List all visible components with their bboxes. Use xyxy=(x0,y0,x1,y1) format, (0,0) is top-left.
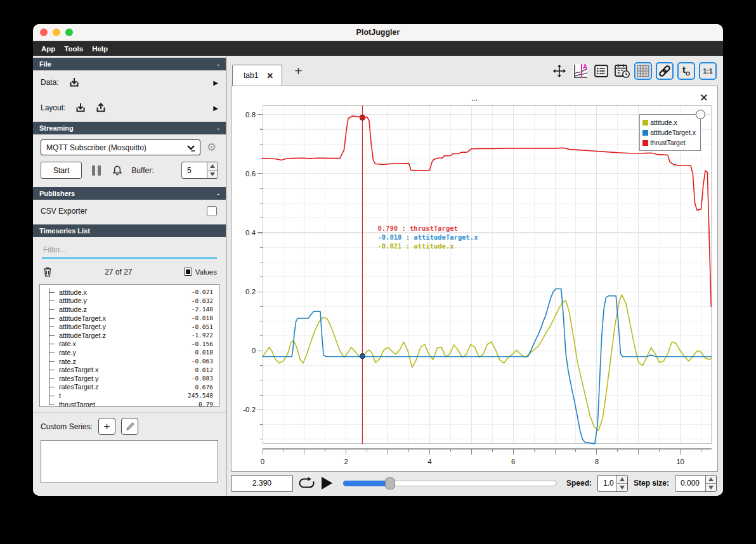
values-checkbox-icon[interactable] xyxy=(184,268,192,276)
time-origin-button[interactable]: tO xyxy=(677,62,695,80)
timeseries-item[interactable]: attitude.z-2.148 xyxy=(40,305,219,314)
timeseries-item[interactable]: attitudeTarget.z-1.922 xyxy=(40,331,219,340)
publishers-collapse-indicator[interactable]: - xyxy=(217,190,219,197)
grid-layout-button[interactable] xyxy=(634,62,652,80)
speed-input[interactable] xyxy=(598,476,616,491)
step-size-input[interactable] xyxy=(675,476,705,491)
values-label: Values xyxy=(195,268,217,276)
menu-tools[interactable]: Tools xyxy=(60,45,88,53)
timeseries-section-header[interactable]: Timeseries List xyxy=(33,224,226,237)
timeseries-item[interactable]: ratesTarget.x0.012 xyxy=(40,365,219,374)
spin-down-icon[interactable] xyxy=(706,484,716,491)
timeseries-item[interactable]: attitude.y-0.032 xyxy=(40,297,219,306)
menu-app[interactable]: App xyxy=(37,45,60,53)
tab-bar: tab1 ✕ + A xyxy=(227,56,723,86)
buffer-input[interactable] xyxy=(182,162,207,178)
streaming-source-select[interactable]: MQTT Subscriber (Mosquitto) xyxy=(41,139,200,155)
spin-down-icon[interactable] xyxy=(207,171,218,178)
timeseries-item[interactable]: ratesTarget.z0.676 xyxy=(40,383,219,392)
ratio-button[interactable]: 1:1 xyxy=(699,62,717,80)
timeseries-item[interactable]: attitudeTarget.x-0.018 xyxy=(40,314,219,323)
maximize-window-button[interactable] xyxy=(65,29,73,36)
spin-up-icon[interactable] xyxy=(706,476,716,484)
timeseries-value: -0.063 xyxy=(192,358,219,365)
filter-input[interactable] xyxy=(42,243,217,259)
tab-close-icon[interactable]: ✕ xyxy=(266,71,273,81)
streaming-section-header[interactable]: Streaming - xyxy=(33,122,226,134)
custom-series-list[interactable] xyxy=(41,440,218,483)
timeseries-item[interactable]: thrustTarget0.79 xyxy=(40,400,219,407)
step-size-spinner[interactable] xyxy=(675,475,717,492)
file-collapse-indicator[interactable]: - xyxy=(217,60,219,68)
buffer-spin-buttons[interactable] xyxy=(207,162,218,178)
load-layout-button[interactable] xyxy=(72,100,89,116)
publishers-section-title: Publishers xyxy=(39,190,75,197)
publishers-section-header[interactable]: Publishers - xyxy=(33,187,226,200)
tab-label: tab1 xyxy=(244,71,258,80)
buffer-spinner[interactable] xyxy=(181,162,218,179)
timeseries-item[interactable]: rate.y0.018 xyxy=(40,348,219,357)
link-axes-button[interactable] xyxy=(656,62,674,80)
list-tool-button[interactable] xyxy=(592,62,609,79)
download-icon xyxy=(67,75,81,89)
timeseries-value: 0.012 xyxy=(195,366,219,373)
start-streaming-button[interactable]: Start xyxy=(41,162,82,179)
add-custom-series-button[interactable]: + xyxy=(98,418,115,435)
legend-label: thrustTarget xyxy=(650,139,685,146)
plot-legend[interactable]: attitude.xattitudeTarget.xthrustTarget xyxy=(639,114,701,151)
trash-icon[interactable] xyxy=(42,266,53,278)
timeseries-item[interactable]: rate.z-0.063 xyxy=(40,357,219,366)
timeseries-item[interactable]: attitude.x-0.021 xyxy=(40,288,219,297)
timeseries-value: -0.032 xyxy=(192,297,219,304)
values-toggle[interactable]: Values xyxy=(184,268,217,276)
timeseries-value: 0.79 xyxy=(199,401,219,407)
layout-submenu-arrow-icon[interactable]: ▶ xyxy=(213,105,218,112)
close-window-button[interactable] xyxy=(40,29,48,36)
save-layout-button[interactable] xyxy=(92,100,110,116)
add-tab-button[interactable]: + xyxy=(292,63,304,79)
download-icon xyxy=(74,101,88,115)
file-section-header[interactable]: File - xyxy=(33,58,226,70)
move-tool-button[interactable] xyxy=(551,62,568,79)
legend-drag-handle-icon[interactable] xyxy=(696,110,705,119)
timeseries-list[interactable]: attitude.x-0.021attitude.y-0.032attitude… xyxy=(39,284,219,407)
legend-entry[interactable]: attitudeTarget.x xyxy=(642,127,696,138)
time-value-input[interactable] xyxy=(231,475,293,492)
pause-icon[interactable] xyxy=(92,165,101,176)
loop-icon[interactable] xyxy=(299,477,315,490)
timeseries-item[interactable]: attitudeTarget.y-0.051 xyxy=(40,322,219,331)
timeseries-item[interactable]: t245.548 xyxy=(40,391,219,400)
file-section-title: File xyxy=(39,60,51,68)
streaming-panel: MQTT Subscriber (Mosquitto) ⚙ Start Buff… xyxy=(33,134,226,185)
streaming-collapse-indicator[interactable]: - xyxy=(217,124,219,132)
slider-handle[interactable] xyxy=(385,477,395,489)
minimize-window-button[interactable] xyxy=(53,29,60,36)
plot-panel[interactable]: ... ✕ 0.80.60.40.20-0.20246810 0.790 : t… xyxy=(231,86,718,472)
timeseries-item[interactable]: ratesTarget.y-0.083 xyxy=(40,374,219,383)
data-submenu-arrow-icon[interactable]: ▶ xyxy=(213,79,218,86)
legend-entry[interactable]: thrustTarget xyxy=(642,138,696,148)
speed-spinner[interactable] xyxy=(597,475,628,492)
play-button[interactable] xyxy=(322,477,332,489)
spin-up-icon[interactable] xyxy=(617,476,627,484)
streaming-section-title: Streaming xyxy=(39,124,74,132)
tracker-tool-button[interactable]: A xyxy=(571,62,589,79)
legend-label: attitudeTarget.x xyxy=(650,129,696,136)
datetime-tool-button[interactable] xyxy=(613,62,630,79)
gear-icon[interactable]: ⚙ xyxy=(207,142,216,153)
main-area: tab1 ✕ + A xyxy=(227,56,723,496)
timeseries-name: attitude.y xyxy=(59,297,87,304)
menu-help[interactable]: Help xyxy=(88,45,112,53)
timeseries-item[interactable]: rate.x-0.156 xyxy=(40,340,219,349)
spin-down-icon[interactable] xyxy=(617,484,627,491)
bell-icon[interactable] xyxy=(111,164,124,177)
tab-tab1[interactable]: tab1 ✕ xyxy=(232,65,282,86)
load-data-button[interactable] xyxy=(65,74,83,91)
time-slider[interactable] xyxy=(343,481,557,486)
svg-text:-0.2: -0.2 xyxy=(243,405,256,413)
csv-exporter-checkbox[interactable] xyxy=(207,206,217,216)
timeseries-value: -0.018 xyxy=(192,314,219,321)
edit-custom-series-button[interactable] xyxy=(121,418,138,435)
legend-entry[interactable]: attitude.x xyxy=(642,117,696,127)
spin-up-icon[interactable] xyxy=(207,162,218,171)
